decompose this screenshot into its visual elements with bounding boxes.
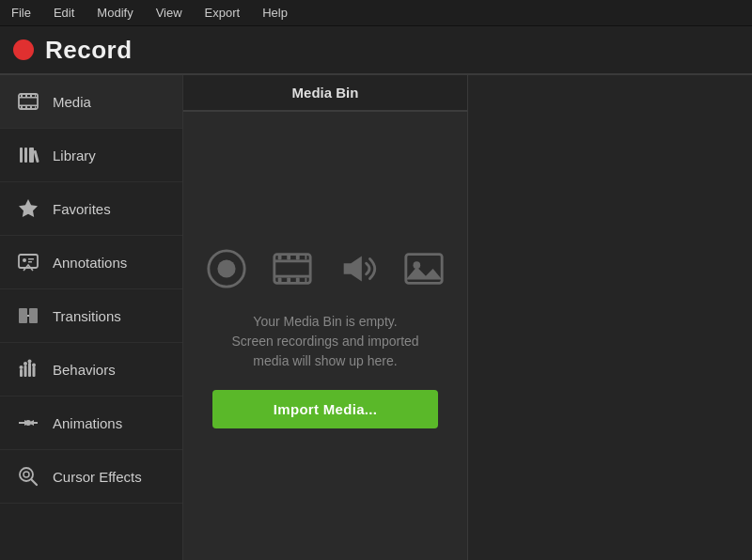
sidebar-label-annotations: Annotations	[53, 255, 127, 271]
svg-rect-46	[296, 254, 300, 259]
sidebar-item-animations[interactable]: Animations	[0, 397, 182, 450]
svg-rect-5	[30, 94, 32, 97]
record-circle-icon	[202, 244, 251, 293]
sidebar-item-behaviors[interactable]: Behaviors	[0, 343, 182, 397]
media-bin-body: Your Media Bin is empty. Screen recordin…	[183, 112, 467, 560]
svg-rect-13	[29, 148, 34, 163]
sidebar-label-favorites: Favorites	[53, 201, 111, 217]
svg-rect-42	[274, 259, 310, 262]
svg-marker-15	[19, 199, 38, 217]
sidebar-label-cursor-effects: Cursor Effects	[53, 469, 142, 485]
sidebar-item-cursor-effects[interactable]: Cursor Effects	[0, 450, 182, 504]
svg-rect-18	[28, 258, 34, 260]
svg-rect-23	[20, 369, 23, 377]
sidebar-item-media[interactable]: Media	[0, 75, 182, 129]
menu-help[interactable]: Help	[258, 4, 291, 22]
media-bin-panel: Media Bin	[183, 75, 468, 560]
svg-point-28	[24, 362, 27, 366]
sidebar-label-behaviors: Behaviors	[53, 362, 116, 378]
record-title: Record	[45, 36, 133, 65]
sidebar-item-annotations[interactable]: Annotations	[0, 236, 182, 289]
svg-rect-14	[33, 150, 39, 163]
svg-rect-24	[24, 366, 27, 377]
title-bar: Record	[0, 26, 752, 75]
svg-point-30	[32, 364, 36, 367]
behaviors-icon	[15, 356, 41, 382]
svg-rect-21	[29, 308, 38, 323]
svg-rect-1	[19, 97, 38, 99]
library-icon	[15, 142, 41, 168]
sidebar-label-library: Library	[53, 148, 96, 163]
svg-rect-26	[33, 366, 36, 377]
svg-point-29	[28, 360, 32, 364]
svg-rect-45	[287, 254, 290, 259]
main-layout: Media Library Favorites	[0, 75, 752, 560]
svg-rect-12	[24, 148, 27, 163]
svg-rect-10	[35, 106, 36, 109]
record-dot-icon[interactable]	[13, 39, 34, 60]
svg-rect-43	[274, 274, 310, 277]
svg-rect-51	[305, 277, 306, 283]
svg-marker-55	[406, 267, 442, 279]
sidebar-item-library[interactable]: Library	[0, 129, 182, 182]
svg-point-17	[23, 258, 26, 262]
animations-icon	[15, 410, 41, 436]
content-wrapper: Media Bin	[183, 75, 752, 560]
svg-rect-19	[28, 261, 32, 263]
right-panel	[468, 75, 752, 560]
image-icon	[400, 244, 448, 293]
svg-rect-48	[278, 277, 282, 283]
media-icon	[15, 88, 41, 115]
audio-icon	[334, 244, 383, 293]
sidebar-item-favorites[interactable]: Favorites	[0, 182, 182, 236]
menu-file[interactable]: File	[8, 4, 35, 22]
menu-view[interactable]: View	[152, 4, 186, 22]
menu-export[interactable]: Export	[201, 4, 244, 22]
svg-rect-6	[35, 94, 36, 97]
svg-rect-44	[278, 254, 282, 259]
svg-rect-4	[25, 94, 27, 97]
svg-rect-7	[21, 106, 23, 109]
svg-rect-2	[19, 105, 38, 107]
sidebar: Media Library Favorites	[0, 75, 183, 560]
sidebar-label-media: Media	[53, 94, 91, 110]
star-icon	[15, 195, 41, 222]
svg-rect-3	[21, 94, 23, 97]
svg-marker-52	[344, 256, 362, 281]
svg-point-40	[217, 259, 235, 277]
cursor-icon	[15, 463, 41, 490]
svg-rect-8	[25, 106, 27, 109]
svg-rect-47	[305, 254, 306, 259]
sidebar-label-transitions: Transitions	[53, 308, 121, 324]
media-bin-icons	[202, 244, 448, 293]
svg-rect-25	[28, 363, 31, 377]
svg-rect-11	[20, 148, 23, 163]
svg-line-38	[32, 480, 38, 486]
film-icon	[268, 244, 317, 293]
sidebar-item-transitions[interactable]: Transitions	[0, 289, 182, 343]
svg-rect-20	[19, 308, 27, 323]
media-bin-header: Media Bin	[183, 75, 467, 112]
annotations-icon	[15, 249, 41, 275]
transitions-icon	[15, 303, 41, 329]
svg-rect-9	[30, 106, 32, 109]
menu-edit[interactable]: Edit	[50, 4, 78, 22]
svg-point-37	[24, 472, 29, 477]
menu-bar: File Edit Modify View Export Help	[0, 0, 752, 26]
import-media-button[interactable]: Import Media...	[212, 390, 438, 428]
svg-rect-49	[287, 277, 290, 283]
sidebar-label-animations: Animations	[53, 415, 122, 431]
media-bin-empty-text: Your Media Bin is empty. Screen recordin…	[231, 312, 418, 371]
svg-rect-50	[296, 277, 300, 283]
svg-point-27	[20, 366, 24, 369]
menu-modify[interactable]: Modify	[93, 4, 136, 22]
